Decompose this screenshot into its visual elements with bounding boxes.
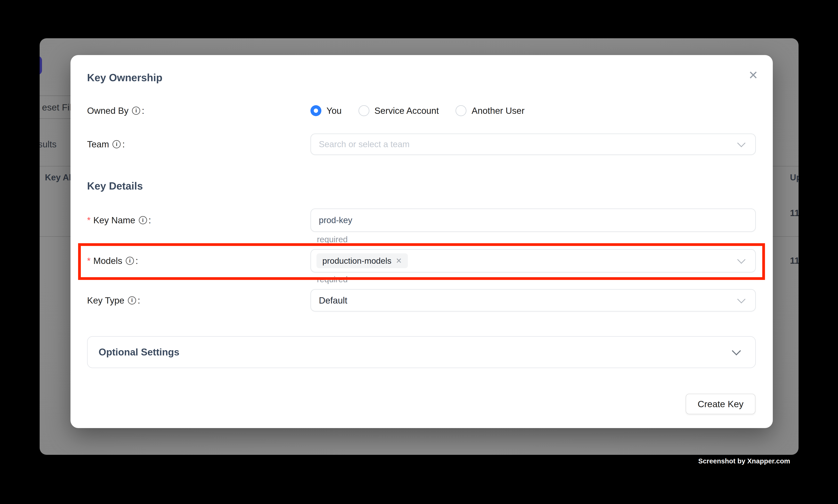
required-asterisk: * bbox=[87, 215, 91, 226]
tag-remove-icon[interactable]: ✕ bbox=[396, 256, 402, 265]
key-type-label: Key Type bbox=[87, 295, 124, 306]
chevron-down-icon bbox=[737, 295, 746, 303]
watermark-text: Screenshot by Xnapper.com bbox=[698, 457, 790, 465]
key-type-label-group: Key Type i : bbox=[87, 295, 310, 306]
models-select[interactable]: production-models ✕ bbox=[310, 249, 756, 272]
info-icon[interactable]: i bbox=[139, 216, 147, 224]
radio-option-you[interactable]: You bbox=[310, 105, 342, 116]
owned-by-radio-group: You Service Account Another User bbox=[310, 105, 524, 116]
screenshot-canvas: eset Filt sults Key Alia Up 11/ 11/ Key … bbox=[0, 0, 838, 504]
models-label: Models bbox=[93, 255, 122, 266]
models-label-group: * Models i : bbox=[87, 255, 310, 266]
info-icon[interactable]: i bbox=[128, 296, 136, 305]
label-colon: : bbox=[142, 105, 144, 116]
radio-label: Another User bbox=[471, 105, 524, 116]
models-required-hint: required bbox=[317, 275, 348, 284]
key-name-label: Key Name bbox=[93, 215, 135, 226]
radio-unselected-icon[interactable] bbox=[358, 105, 370, 116]
key-details-section-title: Key Details bbox=[87, 180, 143, 192]
info-icon[interactable]: i bbox=[132, 107, 140, 115]
key-type-value: Default bbox=[319, 295, 347, 306]
label-colon: : bbox=[122, 139, 125, 149]
info-icon[interactable]: i bbox=[126, 257, 134, 265]
close-icon[interactable]: ✕ bbox=[745, 66, 762, 84]
label-colon: : bbox=[136, 255, 138, 266]
radio-option-another-user[interactable]: Another User bbox=[456, 105, 524, 116]
background-updated-header-fragment: Up bbox=[790, 173, 799, 182]
radio-selected-icon[interactable] bbox=[310, 105, 321, 116]
team-select-placeholder: Search or select a team bbox=[319, 139, 410, 149]
key-name-value: prod-key bbox=[319, 215, 352, 225]
key-name-input[interactable]: prod-key bbox=[310, 209, 756, 232]
key-name-label-group: * Key Name i : bbox=[87, 215, 310, 226]
label-colon: : bbox=[148, 215, 151, 226]
models-tag-label: production-models bbox=[322, 256, 391, 266]
create-key-button[interactable]: Create Key bbox=[686, 394, 755, 414]
team-label-group: Team i : bbox=[87, 139, 310, 149]
background-date-fragment: 11/ bbox=[790, 255, 799, 266]
owned-by-label-group: Owned By i : bbox=[87, 105, 310, 116]
label-colon: : bbox=[138, 295, 140, 306]
optional-settings-label: Optional Settings bbox=[99, 346, 179, 358]
owned-by-label: Owned By bbox=[87, 105, 128, 116]
chevron-down-icon bbox=[737, 139, 746, 147]
team-select[interactable]: Search or select a team bbox=[310, 133, 756, 155]
reset-filters-fragment-label: eset Filt bbox=[42, 102, 74, 113]
radio-option-service-account[interactable]: Service Account bbox=[358, 105, 439, 116]
owned-by-row: Owned By i : You Service Account Another… bbox=[87, 99, 756, 122]
info-icon[interactable]: i bbox=[112, 140, 121, 148]
key-name-required-hint: required bbox=[317, 235, 348, 244]
team-label: Team bbox=[87, 139, 109, 149]
radio-label: Service Account bbox=[374, 105, 439, 116]
required-asterisk: * bbox=[87, 255, 91, 266]
chevron-down-icon bbox=[737, 255, 746, 264]
background-results-fragment: sults bbox=[40, 139, 57, 149]
create-key-modal: Key Ownership ✕ Owned By i : You Service… bbox=[70, 55, 773, 428]
radio-label: You bbox=[326, 105, 342, 116]
background-date-fragment: 11/ bbox=[790, 208, 799, 218]
optional-settings-panel[interactable]: Optional Settings bbox=[87, 336, 756, 368]
background-indigo-button-fragment bbox=[40, 56, 42, 75]
models-selected-tag: production-models ✕ bbox=[317, 253, 408, 268]
radio-unselected-icon[interactable] bbox=[456, 105, 466, 116]
key-type-select[interactable]: Default bbox=[310, 289, 756, 311]
modal-title: Key Ownership bbox=[87, 72, 162, 84]
chevron-down-icon bbox=[732, 346, 741, 356]
